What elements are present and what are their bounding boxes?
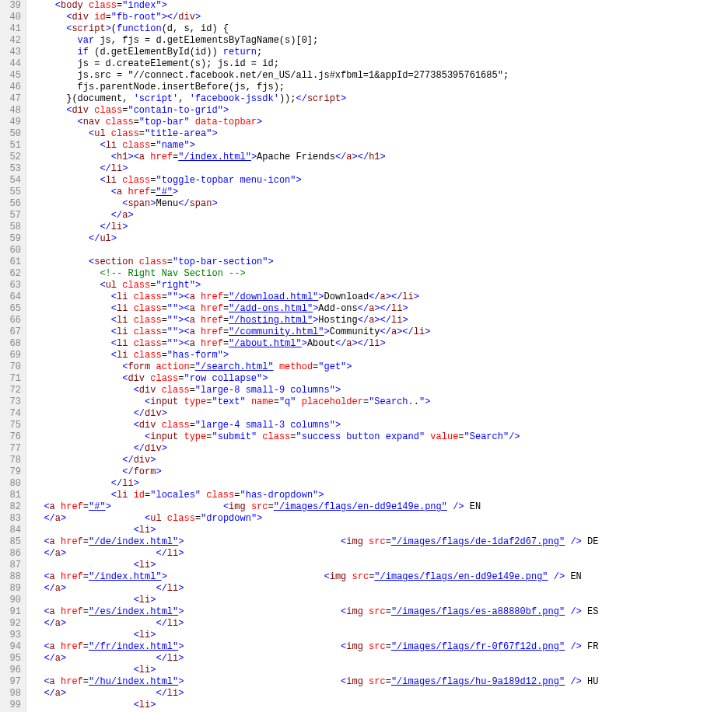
code-line[interactable]: <a href="/de/index.html"> <img src="/ima…: [33, 536, 728, 548]
code-line[interactable]: </div>: [33, 443, 728, 455]
line-number: 52: [8, 152, 21, 163]
code-line[interactable]: <ul class="title-area">: [33, 128, 728, 140]
code-line[interactable]: <div class="large-8 small-9 columns">: [33, 385, 728, 396]
code-line[interactable]: <li class="has-form">: [33, 350, 728, 361]
code-line[interactable]: </a> </li>: [33, 688, 728, 700]
code-line[interactable]: <form action="/search.html" method="get"…: [33, 361, 728, 373]
line-number: 87: [8, 560, 21, 571]
line-number: 95: [8, 653, 21, 665]
line-number: 57: [8, 210, 21, 222]
code-line[interactable]: <li class="toggle-topbar menu-icon">: [33, 175, 728, 187]
code-line[interactable]: <li>: [33, 525, 728, 536]
code-line[interactable]: <a href="#"> <img src="/images/flags/en-…: [33, 501, 728, 513]
line-number: 75: [8, 420, 21, 431]
code-line[interactable]: <div id="fb-root"></div>: [33, 12, 728, 23]
code-line[interactable]: </li>: [33, 222, 728, 233]
line-number: 90: [8, 595, 21, 606]
line-number: 83: [8, 513, 21, 525]
code-line[interactable]: <span>Menu</span>: [33, 198, 728, 210]
code-line[interactable]: var js, fjs = d.getElementsByTagName(s)[…: [33, 35, 728, 47]
line-number: 69: [8, 350, 21, 361]
code-line[interactable]: <li>: [33, 560, 728, 571]
code-line[interactable]: <li class=""><a href="/download.html">Do…: [33, 291, 728, 303]
code-line[interactable]: if (d.getElementById(id)) return;: [33, 47, 728, 58]
line-number: 99: [8, 700, 21, 711]
code-line[interactable]: </a> </li>: [33, 548, 728, 560]
code-line[interactable]: <script>(function(d, s, id) {: [33, 23, 728, 35]
line-number: 48: [8, 105, 21, 117]
line-number: 96: [8, 665, 21, 676]
code-line[interactable]: </ul>: [33, 233, 728, 245]
code-line[interactable]: </a>: [33, 210, 728, 222]
line-number: 88: [8, 571, 21, 583]
line-number: 63: [8, 280, 21, 291]
code-line[interactable]: <input type="text" name="q" placeholder=…: [33, 396, 728, 408]
code-line[interactable]: <body class="index">: [33, 0, 728, 12]
code-line[interactable]: <li>: [33, 665, 728, 676]
code-line[interactable]: <ul class="right">: [33, 280, 728, 291]
line-number: 49: [8, 117, 21, 128]
line-number-gutter: 3940414243444546474849505152535455565758…: [0, 0, 26, 712]
code-line[interactable]: </li>: [33, 163, 728, 175]
code-content[interactable]: <body class="index"> <div id="fb-root"><…: [26, 0, 728, 712]
code-line[interactable]: <a href="#">: [33, 187, 728, 198]
code-line[interactable]: <a href="/fr/index.html"> <img src="/ima…: [33, 641, 728, 653]
line-number: 40: [8, 12, 21, 23]
line-number: 62: [8, 268, 21, 280]
line-number: 41: [8, 23, 21, 35]
line-number: 65: [8, 303, 21, 315]
line-number: 80: [8, 478, 21, 490]
code-line[interactable]: <li class=""><a href="/community.html">C…: [33, 326, 728, 338]
code-line[interactable]: </div>: [33, 455, 728, 466]
code-line[interactable]: </a> </li>: [33, 583, 728, 595]
code-line[interactable]: <li>: [33, 630, 728, 641]
code-line[interactable]: </form>: [33, 466, 728, 478]
code-line[interactable]: <section class="top-bar-section">: [33, 257, 728, 268]
line-number: 42: [8, 35, 21, 47]
code-line[interactable]: <input type="submit" class="success butt…: [33, 431, 728, 443]
line-number: 74: [8, 408, 21, 420]
code-line[interactable]: }(document, 'script', 'facebook-jssdk'))…: [33, 93, 728, 105]
line-number: 51: [8, 140, 21, 152]
line-number: 54: [8, 175, 21, 187]
line-number: 70: [8, 361, 21, 373]
code-line[interactable]: </a> </li>: [33, 653, 728, 665]
line-number: 94: [8, 641, 21, 653]
code-line[interactable]: <li>: [33, 595, 728, 606]
line-number: 84: [8, 525, 21, 536]
line-number: 97: [8, 676, 21, 688]
code-line[interactable]: <li class=""><a href="/add-ons.html">Add…: [33, 303, 728, 315]
line-number: 55: [8, 187, 21, 198]
code-line[interactable]: <a href="/index.html"> <img src="/images…: [33, 571, 728, 583]
code-line[interactable]: <li class=""><a href="/hosting.html">Hos…: [33, 315, 728, 326]
code-line[interactable]: <li class="name">: [33, 140, 728, 152]
line-number: 67: [8, 326, 21, 338]
code-line[interactable]: <li class=""><a href="/about.html">About…: [33, 338, 728, 350]
line-number: 43: [8, 47, 21, 58]
code-line[interactable]: <a href="/es/index.html"> <img src="/ima…: [33, 606, 728, 618]
code-line[interactable]: <h1><a href="/index.html">Apache Friends…: [33, 152, 728, 163]
code-line[interactable]: </div>: [33, 408, 728, 420]
code-line[interactable]: <!-- Right Nav Section -->: [33, 268, 728, 280]
line-number: 79: [8, 466, 21, 478]
code-line[interactable]: </a> <ul class="dropdown">: [33, 513, 728, 525]
line-number: 64: [8, 291, 21, 303]
code-line[interactable]: <nav class="top-bar" data-topbar>: [33, 117, 728, 128]
line-number: 93: [8, 630, 21, 641]
line-number: 82: [8, 501, 21, 513]
code-line[interactable]: js.src = "//connect.facebook.net/en_US/a…: [33, 70, 728, 82]
code-line[interactable]: js = d.createElement(s); js.id = id;: [33, 58, 728, 70]
code-line[interactable]: <a href="/hu/index.html"> <img src="/ima…: [33, 676, 728, 688]
code-line[interactable]: <div class="contain-to-grid">: [33, 105, 728, 117]
line-number: 89: [8, 583, 21, 595]
code-line[interactable]: fjs.parentNode.insertBefore(js, fjs);: [33, 82, 728, 93]
code-line[interactable]: <div class="row collapse">: [33, 373, 728, 385]
code-line[interactable]: <li id="locales" class="has-dropdown">: [33, 490, 728, 501]
code-line[interactable]: <div class="large-4 small-3 columns">: [33, 420, 728, 431]
line-number: 73: [8, 396, 21, 408]
code-line[interactable]: </a> </li>: [33, 618, 728, 630]
code-line[interactable]: <li>: [33, 700, 728, 711]
code-line[interactable]: [33, 245, 728, 257]
code-line[interactable]: </li>: [33, 478, 728, 490]
line-number: 39: [8, 0, 21, 12]
